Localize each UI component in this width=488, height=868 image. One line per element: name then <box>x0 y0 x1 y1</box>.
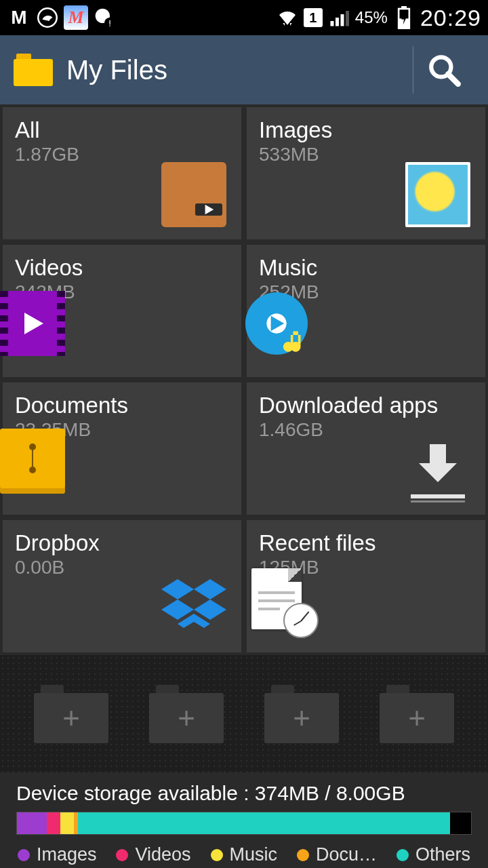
legend-label: Music <box>230 844 278 865</box>
svg-rect-9 <box>401 6 407 9</box>
recent-icon <box>244 566 309 631</box>
images-icon <box>405 162 470 227</box>
legend-dot <box>18 849 30 861</box>
tile-title: Videos <box>15 256 229 280</box>
shortcut-row: + + + + <box>0 655 488 772</box>
svg-rect-7 <box>346 11 349 26</box>
app-title: My Files <box>66 55 167 85</box>
svg-text:!: ! <box>108 18 111 28</box>
app-header: My Files <box>0 35 488 104</box>
storage-legend: ImagesVideosMusicDocu…Others <box>16 844 472 868</box>
clock: 20:29 <box>420 5 481 31</box>
storage-seg-free <box>450 812 471 834</box>
battery-charging-icon <box>392 5 416 30</box>
legend-item-others: Others <box>396 844 470 865</box>
storage-bar <box>16 812 472 835</box>
svg-rect-4 <box>330 21 333 26</box>
legend-item-music: Music <box>211 844 278 865</box>
storage-label: Device storage available : 374MB / 8.00G… <box>16 782 472 805</box>
add-shortcut-3[interactable]: + <box>264 685 339 743</box>
videos-icon <box>0 291 65 356</box>
music-icon <box>244 291 309 356</box>
legend-dot <box>211 849 223 861</box>
legend-label: Videos <box>135 844 190 865</box>
app-folder-icon <box>14 54 53 86</box>
tile-videos[interactable]: Videos 242MB <box>3 245 241 377</box>
legend-dot <box>396 849 409 861</box>
tile-dropbox[interactable]: Dropbox 0.00B <box>3 520 241 652</box>
download-icon <box>405 437 470 502</box>
tile-all[interactable]: All 1.87GB <box>3 107 241 239</box>
tile-title: Documents <box>15 393 229 418</box>
tile-images[interactable]: Images 533MB <box>247 107 485 239</box>
notif-icon-sync-alert: ! <box>92 5 117 30</box>
tile-title: Dropbox <box>15 531 229 555</box>
legend-dot <box>297 849 309 861</box>
search-button[interactable] <box>413 35 474 104</box>
sim-indicator: 1 <box>304 8 323 27</box>
legend-label: Others <box>415 844 470 865</box>
tile-recent-files[interactable]: Recent files 125MB <box>247 520 485 652</box>
svg-rect-5 <box>336 18 339 26</box>
category-grid: All 1.87GB Images 533MB Videos 242MB Mus… <box>0 104 488 655</box>
android-status-bar: M M ! 1 45% 20:29 <box>0 0 488 35</box>
tile-downloaded-apps[interactable]: Downloaded apps 1.46GB <box>247 382 485 515</box>
signal-icon <box>327 5 351 30</box>
storage-seg-videos <box>47 812 60 834</box>
wifi-icon <box>275 5 300 30</box>
notif-icon-bird <box>35 5 60 30</box>
legend-dot <box>116 849 128 861</box>
all-icon <box>161 162 226 227</box>
legend-label: Images <box>37 844 97 865</box>
notif-icon-app-m: M <box>7 5 31 30</box>
storage-seg-others <box>78 812 450 834</box>
tile-music[interactable]: Music 252MB <box>247 245 485 377</box>
documents-icon <box>0 429 65 494</box>
battery-percent: 45% <box>355 8 388 27</box>
storage-footer[interactable]: Device storage available : 374MB / 8.00G… <box>0 772 488 868</box>
tile-title: All <box>15 118 229 142</box>
legend-item-images: Images <box>18 844 97 865</box>
legend-item-videos: Videos <box>116 844 190 865</box>
tile-title: Images <box>259 118 473 142</box>
svg-rect-6 <box>340 14 344 26</box>
storage-seg-music <box>60 812 75 834</box>
add-shortcut-4[interactable]: + <box>380 685 454 743</box>
tile-title: Recent files <box>259 531 473 555</box>
add-shortcut-1[interactable]: + <box>34 685 108 743</box>
add-shortcut-2[interactable]: + <box>149 685 224 743</box>
legend-item-docu…: Docu… <box>297 844 377 865</box>
tile-documents[interactable]: Documents 23.35MB <box>3 382 241 515</box>
tile-title: Downloaded apps <box>259 393 473 418</box>
tile-title: Music <box>259 256 473 280</box>
svg-line-12 <box>448 74 458 84</box>
search-icon <box>427 53 461 87</box>
storage-seg-images <box>17 812 47 834</box>
legend-label: Docu… <box>316 844 377 865</box>
notif-icon-app-m2: M <box>64 5 88 30</box>
dropbox-icon <box>161 575 226 640</box>
